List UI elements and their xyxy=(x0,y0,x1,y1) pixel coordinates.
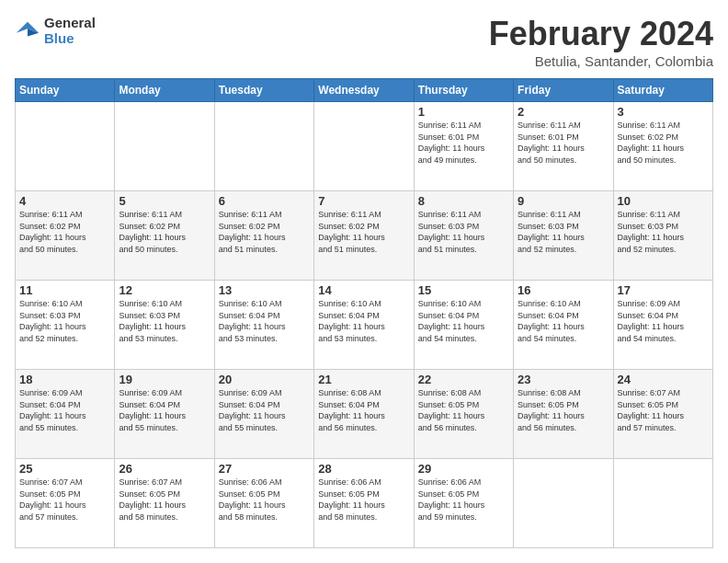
calendar-cell: 21Sunrise: 6:08 AM Sunset: 6:04 PM Dayli… xyxy=(314,370,414,459)
logo: General Blue xyxy=(15,15,96,46)
day-number: 29 xyxy=(418,462,509,476)
day-info: Sunrise: 6:07 AM Sunset: 6:05 PM Dayligh… xyxy=(19,477,110,523)
header-sunday: Sunday xyxy=(16,79,115,102)
calendar-week-2: 11Sunrise: 6:10 AM Sunset: 6:03 PM Dayli… xyxy=(16,281,713,370)
day-info: Sunrise: 6:06 AM Sunset: 6:05 PM Dayligh… xyxy=(318,477,409,523)
day-info: Sunrise: 6:10 AM Sunset: 6:03 PM Dayligh… xyxy=(19,298,110,344)
header-saturday: Saturday xyxy=(613,79,712,102)
calendar-cell xyxy=(314,102,414,191)
calendar-cell: 1Sunrise: 6:11 AM Sunset: 6:01 PM Daylig… xyxy=(414,102,513,191)
calendar-cell: 11Sunrise: 6:10 AM Sunset: 6:03 PM Dayli… xyxy=(16,281,115,370)
calendar-cell: 6Sunrise: 6:11 AM Sunset: 6:02 PM Daylig… xyxy=(214,191,313,281)
day-number: 3 xyxy=(618,105,709,119)
day-info: Sunrise: 6:11 AM Sunset: 6:03 PM Dayligh… xyxy=(518,209,609,255)
calendar-cell: 24Sunrise: 6:07 AM Sunset: 6:05 PM Dayli… xyxy=(613,370,712,459)
calendar-cell: 18Sunrise: 6:09 AM Sunset: 6:04 PM Dayli… xyxy=(16,370,115,459)
calendar-cell xyxy=(214,102,313,191)
day-info: Sunrise: 6:08 AM Sunset: 6:04 PM Dayligh… xyxy=(318,387,409,433)
day-info: Sunrise: 6:11 AM Sunset: 6:02 PM Dayligh… xyxy=(318,209,409,255)
day-info: Sunrise: 6:07 AM Sunset: 6:05 PM Dayligh… xyxy=(618,387,709,433)
day-number: 25 xyxy=(19,462,110,476)
day-info: Sunrise: 6:11 AM Sunset: 6:03 PM Dayligh… xyxy=(618,209,709,255)
calendar-cell: 12Sunrise: 6:10 AM Sunset: 6:03 PM Dayli… xyxy=(115,281,214,370)
header-wednesday: Wednesday xyxy=(314,79,414,102)
day-info: Sunrise: 6:10 AM Sunset: 6:04 PM Dayligh… xyxy=(219,298,310,344)
logo-icon xyxy=(15,17,40,43)
day-info: Sunrise: 6:09 AM Sunset: 6:04 PM Dayligh… xyxy=(618,298,709,344)
day-number: 2 xyxy=(518,105,609,119)
calendar-table: Sunday Monday Tuesday Wednesday Thursday… xyxy=(15,78,713,548)
day-number: 23 xyxy=(518,373,609,386)
calendar-cell: 5Sunrise: 6:11 AM Sunset: 6:02 PM Daylig… xyxy=(115,191,214,281)
day-number: 8 xyxy=(418,194,509,208)
calendar-cell: 3Sunrise: 6:11 AM Sunset: 6:02 PM Daylig… xyxy=(613,102,712,191)
calendar-cell: 9Sunrise: 6:11 AM Sunset: 6:03 PM Daylig… xyxy=(514,191,613,281)
calendar-title: February 2024 xyxy=(489,15,713,53)
calendar-cell: 14Sunrise: 6:10 AM Sunset: 6:04 PM Dayli… xyxy=(314,281,414,370)
day-info: Sunrise: 6:11 AM Sunset: 6:02 PM Dayligh… xyxy=(19,209,110,255)
day-number: 1 xyxy=(418,105,509,119)
calendar-week-0: 1Sunrise: 6:11 AM Sunset: 6:01 PM Daylig… xyxy=(16,102,713,191)
day-number: 27 xyxy=(219,462,310,476)
day-number: 14 xyxy=(318,283,409,297)
day-info: Sunrise: 6:11 AM Sunset: 6:02 PM Dayligh… xyxy=(219,209,310,255)
calendar-subtitle: Betulia, Santander, Colombia xyxy=(489,53,713,69)
day-info: Sunrise: 6:11 AM Sunset: 6:01 PM Dayligh… xyxy=(418,120,509,166)
calendar-cell: 17Sunrise: 6:09 AM Sunset: 6:04 PM Dayli… xyxy=(613,281,712,370)
calendar-cell: 26Sunrise: 6:07 AM Sunset: 6:05 PM Dayli… xyxy=(115,459,214,548)
calendar-cell: 27Sunrise: 6:06 AM Sunset: 6:05 PM Dayli… xyxy=(214,459,313,548)
day-info: Sunrise: 6:08 AM Sunset: 6:05 PM Dayligh… xyxy=(418,387,509,433)
day-info: Sunrise: 6:11 AM Sunset: 6:02 PM Dayligh… xyxy=(119,209,210,255)
day-number: 19 xyxy=(119,373,210,386)
day-info: Sunrise: 6:09 AM Sunset: 6:04 PM Dayligh… xyxy=(19,387,110,433)
day-number: 10 xyxy=(618,194,709,208)
calendar-cell: 2Sunrise: 6:11 AM Sunset: 6:01 PM Daylig… xyxy=(514,102,613,191)
day-info: Sunrise: 6:11 AM Sunset: 6:01 PM Dayligh… xyxy=(518,120,609,166)
calendar-cell: 4Sunrise: 6:11 AM Sunset: 6:02 PM Daylig… xyxy=(16,191,115,281)
day-info: Sunrise: 6:10 AM Sunset: 6:03 PM Dayligh… xyxy=(119,298,210,344)
header-friday: Friday xyxy=(514,79,613,102)
calendar-cell xyxy=(514,459,613,548)
calendar-cell: 23Sunrise: 6:08 AM Sunset: 6:05 PM Dayli… xyxy=(514,370,613,459)
day-info: Sunrise: 6:10 AM Sunset: 6:04 PM Dayligh… xyxy=(518,298,609,344)
day-number: 17 xyxy=(618,283,709,297)
calendar-header-row: Sunday Monday Tuesday Wednesday Thursday… xyxy=(16,79,713,102)
day-number: 21 xyxy=(318,373,409,386)
day-number: 12 xyxy=(119,283,210,297)
calendar-cell: 15Sunrise: 6:10 AM Sunset: 6:04 PM Dayli… xyxy=(414,281,513,370)
calendar-week-4: 25Sunrise: 6:07 AM Sunset: 6:05 PM Dayli… xyxy=(16,459,713,548)
day-info: Sunrise: 6:10 AM Sunset: 6:04 PM Dayligh… xyxy=(418,298,509,344)
day-number: 6 xyxy=(219,194,310,208)
calendar-cell: 20Sunrise: 6:09 AM Sunset: 6:04 PM Dayli… xyxy=(214,370,313,459)
page: General Blue February 2024 Betulia, Sant… xyxy=(0,0,728,563)
calendar-cell: 16Sunrise: 6:10 AM Sunset: 6:04 PM Dayli… xyxy=(514,281,613,370)
day-info: Sunrise: 6:06 AM Sunset: 6:05 PM Dayligh… xyxy=(219,477,310,523)
header-tuesday: Tuesday xyxy=(214,79,313,102)
calendar-cell: 13Sunrise: 6:10 AM Sunset: 6:04 PM Dayli… xyxy=(214,281,313,370)
header: General Blue February 2024 Betulia, Sant… xyxy=(15,15,713,69)
logo-text: General Blue xyxy=(44,15,96,46)
day-info: Sunrise: 6:08 AM Sunset: 6:05 PM Dayligh… xyxy=(518,387,609,433)
day-info: Sunrise: 6:09 AM Sunset: 6:04 PM Dayligh… xyxy=(119,387,210,433)
day-number: 5 xyxy=(119,194,210,208)
calendar-cell: 7Sunrise: 6:11 AM Sunset: 6:02 PM Daylig… xyxy=(314,191,414,281)
calendar-cell: 8Sunrise: 6:11 AM Sunset: 6:03 PM Daylig… xyxy=(414,191,513,281)
calendar-week-1: 4Sunrise: 6:11 AM Sunset: 6:02 PM Daylig… xyxy=(16,191,713,281)
day-number: 4 xyxy=(19,194,110,208)
day-number: 7 xyxy=(318,194,409,208)
calendar-cell xyxy=(16,102,115,191)
day-number: 15 xyxy=(418,283,509,297)
calendar-cell xyxy=(613,459,712,548)
day-info: Sunrise: 6:10 AM Sunset: 6:04 PM Dayligh… xyxy=(318,298,409,344)
day-number: 18 xyxy=(19,373,110,386)
day-info: Sunrise: 6:11 AM Sunset: 6:03 PM Dayligh… xyxy=(418,209,509,255)
day-info: Sunrise: 6:09 AM Sunset: 6:04 PM Dayligh… xyxy=(219,387,310,433)
day-number: 20 xyxy=(219,373,310,386)
day-info: Sunrise: 6:07 AM Sunset: 6:05 PM Dayligh… xyxy=(119,477,210,523)
day-number: 13 xyxy=(219,283,310,297)
day-number: 26 xyxy=(119,462,210,476)
calendar-cell: 28Sunrise: 6:06 AM Sunset: 6:05 PM Dayli… xyxy=(314,459,414,548)
header-thursday: Thursday xyxy=(414,79,513,102)
calendar-cell: 22Sunrise: 6:08 AM Sunset: 6:05 PM Dayli… xyxy=(414,370,513,459)
day-number: 11 xyxy=(19,283,110,297)
